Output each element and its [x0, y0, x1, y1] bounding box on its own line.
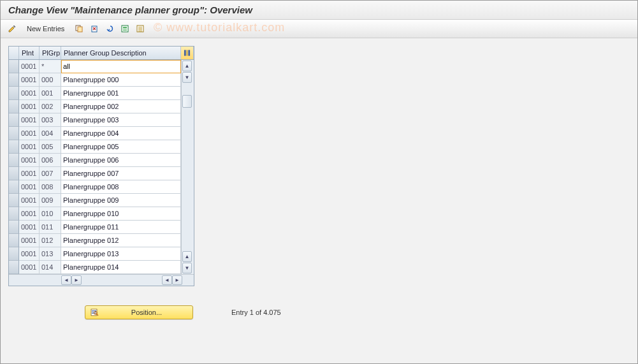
- display-change-toggle-button[interactable]: [6, 22, 18, 35]
- cell-description[interactable]: Planergruppe 001: [61, 87, 181, 100]
- table-row: 0001006Planergruppe 006: [9, 154, 181, 167]
- svg-rect-5: [123, 29, 127, 29]
- table-row: 0001008Planergruppe 008: [9, 180, 181, 194]
- cell-description[interactable]: Planergruppe 005: [61, 140, 181, 154]
- new-entries-button[interactable]: New Entries: [21, 22, 70, 35]
- scroll-left-button-end[interactable]: ◄: [162, 275, 172, 285]
- row-selector[interactable]: [9, 154, 19, 167]
- svg-rect-13: [187, 50, 188, 55]
- scroll-track[interactable]: [182, 84, 192, 251]
- cell-description[interactable]: Planergruppe 006: [61, 154, 181, 167]
- vertical-scrollbar[interactable]: ▲ ▼ ▲ ▼: [181, 60, 192, 274]
- cell-description[interactable]: Planergruppe 008: [61, 180, 181, 194]
- delete-button[interactable]: [88, 22, 101, 35]
- cell-description[interactable]: Planergruppe 011: [61, 221, 181, 234]
- cell-description[interactable]: Planergruppe 003: [61, 113, 181, 127]
- table-header-row: Plnt PlGrp Planner Group Description: [9, 47, 194, 60]
- position-button[interactable]: Position...: [85, 305, 193, 319]
- svg-rect-8: [138, 27, 142, 27]
- copy-as-button[interactable]: [73, 22, 85, 35]
- svg-rect-10: [138, 29, 142, 30]
- scroll-down-button[interactable]: ▼: [182, 72, 192, 83]
- undo-button[interactable]: [103, 22, 116, 35]
- cell-plgrp: 006: [40, 154, 61, 167]
- cell-plnt: 0001: [19, 261, 40, 274]
- cell-description[interactable]: Planergruppe 014: [61, 261, 181, 274]
- row-selector[interactable]: [9, 167, 19, 180]
- select-all-button[interactable]: [119, 22, 131, 35]
- row-selector[interactable]: [9, 221, 19, 234]
- row-selector[interactable]: [9, 113, 19, 127]
- cell-plnt: 0001: [19, 100, 40, 113]
- cell-description[interactable]: Planergruppe 000: [61, 73, 181, 87]
- scroll-left-button[interactable]: ◄: [61, 275, 71, 285]
- scroll-right-button[interactable]: ►: [71, 275, 82, 285]
- row-selector[interactable]: [9, 140, 19, 154]
- cell-plnt: 0001: [19, 73, 40, 87]
- scroll-up-button[interactable]: ▲: [182, 61, 192, 71]
- table-row: 0001004Planergruppe 004: [9, 127, 181, 140]
- row-selector[interactable]: [9, 180, 19, 194]
- cell-description[interactable]: Planergruppe 010: [61, 207, 181, 221]
- table-row: 0001009Planergruppe 009: [9, 194, 181, 207]
- new-entries-label: New Entries: [27, 25, 64, 33]
- page-title: Change View "Maintenance planner group":…: [1, 1, 637, 20]
- cell-description[interactable]: Planergruppe 007: [61, 167, 181, 180]
- column-header-plgrp[interactable]: PlGrp: [40, 47, 61, 59]
- table-row: 0001000Planergruppe 000: [9, 73, 181, 87]
- content-area: Plnt PlGrp Planner Group Description 000…: [1, 38, 637, 327]
- row-selector[interactable]: [9, 247, 19, 261]
- cell-plgrp: *: [40, 60, 61, 73]
- cell-description[interactable]: Planergruppe 013: [61, 247, 181, 261]
- row-selector[interactable]: [9, 60, 19, 73]
- svg-rect-11: [138, 31, 142, 31]
- scroll-right-button-end[interactable]: ►: [172, 275, 182, 285]
- row-selector[interactable]: [9, 100, 19, 113]
- row-selector[interactable]: [9, 73, 19, 87]
- cell-plnt: 0001: [19, 140, 40, 154]
- row-selector[interactable]: [9, 194, 19, 207]
- row-selector[interactable]: [9, 87, 19, 100]
- cell-plnt: 0001: [19, 247, 40, 261]
- scroll-down-button-bottom[interactable]: ▼: [182, 263, 192, 273]
- column-header-plnt[interactable]: Plnt: [19, 47, 40, 59]
- table-settings-button[interactable]: [181, 47, 194, 59]
- cell-plgrp: 010: [40, 207, 61, 221]
- cell-plgrp: 000: [40, 73, 61, 87]
- table-row: 0001*: [9, 60, 181, 73]
- cell-plgrp: 004: [40, 127, 61, 140]
- cell-description[interactable]: Planergruppe 002: [61, 100, 181, 113]
- scroll-up-button-bottom[interactable]: ▲: [182, 251, 192, 262]
- svg-rect-1: [78, 27, 82, 32]
- row-selector[interactable]: [9, 261, 19, 274]
- row-selector[interactable]: [9, 207, 19, 221]
- cell-description[interactable]: Planergruppe 012: [61, 234, 181, 247]
- table-row: 0001002Planergruppe 002: [9, 100, 181, 113]
- table-row: 0001005Planergruppe 005: [9, 140, 181, 154]
- horizontal-scrollbar[interactable]: ◄ ► ◄ ►: [61, 275, 182, 286]
- table-row: 0001013Planergruppe 013: [9, 247, 181, 261]
- cell-description[interactable]: Planergruppe 004: [61, 127, 181, 140]
- cell-plnt: 0001: [19, 154, 40, 167]
- cell-plgrp: 008: [40, 180, 61, 194]
- scroll-thumb[interactable]: [182, 95, 192, 108]
- deselect-all-button[interactable]: [134, 22, 147, 35]
- cell-plgrp: 002: [40, 100, 61, 113]
- position-button-label: Position...: [106, 309, 187, 316]
- cell-description[interactable]: Planergruppe 009: [61, 194, 181, 207]
- table-row: 0001014Planergruppe 014: [9, 261, 181, 274]
- h-scroll-track[interactable]: [82, 275, 161, 285]
- cell-plgrp: 007: [40, 167, 61, 180]
- table-row: 0001007Planergruppe 007: [9, 167, 181, 180]
- svg-rect-4: [123, 27, 127, 28]
- row-selector[interactable]: [9, 234, 19, 247]
- table-row: 0001003Planergruppe 003: [9, 113, 181, 127]
- cell-description[interactable]: [61, 60, 181, 73]
- svg-rect-12: [184, 50, 186, 55]
- cell-plnt: 0001: [19, 234, 40, 247]
- column-header-select[interactable]: [9, 47, 19, 59]
- cell-plgrp: 009: [40, 194, 61, 207]
- column-header-description[interactable]: Planner Group Description: [61, 47, 181, 59]
- row-selector[interactable]: [9, 127, 19, 140]
- description-input[interactable]: [63, 62, 178, 70]
